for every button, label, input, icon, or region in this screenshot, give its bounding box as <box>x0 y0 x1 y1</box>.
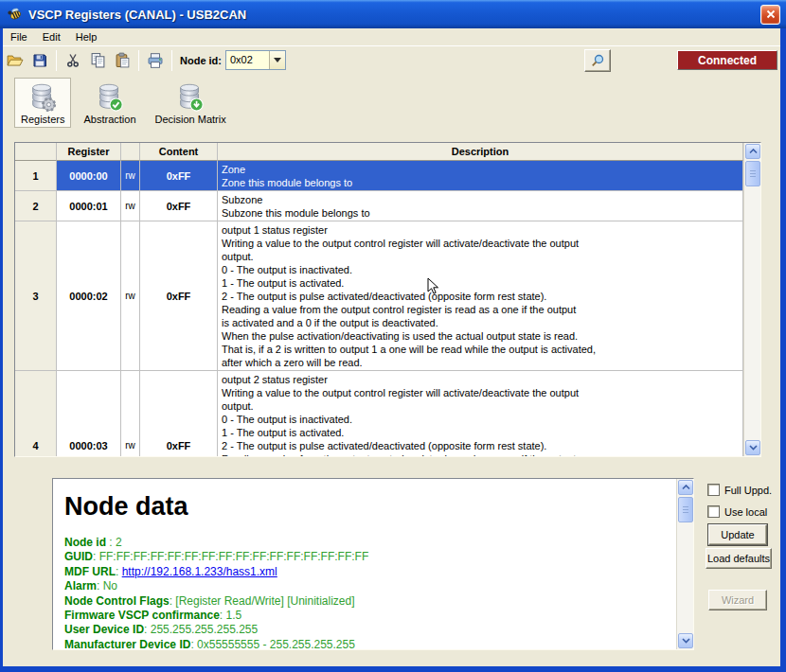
grid-row-2[interactable]: 2 0000:01 rw 0xFF Subzone Subzone this m… <box>15 191 743 221</box>
register-cell: 0000:03 <box>57 371 121 456</box>
database-check-icon <box>95 82 125 113</box>
row-label: 3 <box>15 221 57 371</box>
menu-help[interactable]: Help <box>68 29 105 44</box>
tab-registers-label: Registers <box>21 114 64 125</box>
view-tab-bar: Registers Abstraction <box>3 74 780 138</box>
use-local-checkbox[interactable]: Use local <box>707 505 767 518</box>
scroll-down-icon[interactable] <box>745 440 760 455</box>
row-label: 2 <box>15 191 57 221</box>
node-id-line: Node id : 2 <box>64 536 670 550</box>
chevron-down-icon <box>274 58 281 62</box>
checkbox-icon[interactable] <box>707 484 720 496</box>
node-id-combobox[interactable]: 0x02 <box>225 50 286 70</box>
scroll-thumb[interactable] <box>745 161 760 186</box>
wizard-button[interactable]: Wizard <box>708 590 767 610</box>
menu-edit[interactable]: Edit <box>35 29 68 44</box>
menu-file[interactable]: File <box>3 29 35 44</box>
access-cell: rw <box>121 191 140 221</box>
bee-app-icon <box>6 6 23 23</box>
register-cell: 0000:00 <box>57 161 121 191</box>
full-update-checkbox[interactable]: Full Uppd. <box>707 484 772 496</box>
tab-abstraction-label: Abstraction <box>83 114 135 125</box>
database-gear-icon <box>27 82 58 113</box>
grid-scrollbar[interactable] <box>743 143 760 456</box>
access-cell: rw <box>121 161 140 191</box>
description-cell: output 1 status register Writing a value… <box>218 221 743 371</box>
description-cell: output 2 status register Writing a value… <box>218 371 743 456</box>
register-cell: 0000:02 <box>57 221 121 371</box>
alarm-line: Alarm: No <box>64 579 670 593</box>
update-button[interactable]: Update <box>708 524 767 545</box>
toolbar-separator <box>171 50 172 71</box>
tab-registers[interactable]: Registers <box>14 78 71 128</box>
combo-dropdown-button[interactable] <box>269 51 285 69</box>
checkbox-icon[interactable] <box>707 505 720 518</box>
content-cell: 0xFF <box>140 191 218 221</box>
search-button[interactable] <box>584 49 611 72</box>
cut-icon[interactable] <box>62 49 84 72</box>
content-cell: 0xFF <box>140 371 218 456</box>
tab-abstraction[interactable]: Abstraction <box>77 78 142 128</box>
firmware-line: Firmware VSCP confirmance: 1.5 <box>64 609 670 623</box>
control-flags-line: Node Control Flags: [Register Read/Write… <box>64 594 670 609</box>
grid-row-1[interactable]: 1 0000:00 rw 0xFF Zone Zone this module … <box>15 161 743 191</box>
save-icon[interactable] <box>28 49 51 72</box>
print-icon[interactable] <box>144 49 167 72</box>
scroll-up-icon[interactable] <box>678 480 693 495</box>
description-cell: Zone Zone this module belongs to <box>218 161 743 191</box>
scroll-up-icon[interactable] <box>745 144 760 159</box>
toolbar: Node id: 0x02 Connected <box>3 45 780 74</box>
node-id-label: Node id: <box>180 55 222 66</box>
title-bar[interactable]: VSCP Registers (CANAL) - USB2CAN <box>0 0 786 28</box>
user-device-id-line: User Device ID: 255.255.255.255.255 <box>64 623 670 637</box>
database-download-icon <box>175 82 205 113</box>
close-button[interactable] <box>760 5 780 25</box>
grid-corner <box>15 143 57 161</box>
load-defaults-button[interactable]: Load defaults <box>706 548 772 569</box>
open-icon[interactable] <box>4 49 27 72</box>
col-header-description[interactable]: Description <box>218 143 743 161</box>
connection-status-badge: Connected <box>677 50 777 70</box>
col-header-content[interactable]: Content <box>140 143 218 161</box>
description-cell: Subzone Subzone this module belongs to <box>218 191 743 221</box>
client-area: File Edit Help <box>3 28 780 666</box>
content-cell: 0xFF <box>140 221 218 371</box>
node-data-title: Node data <box>64 492 670 522</box>
access-cell: rw <box>121 221 140 371</box>
window-title: VSCP Registers (CANAL) - USB2CAN <box>28 8 760 22</box>
close-icon <box>766 9 776 19</box>
menu-bar: File Edit Help <box>3 28 780 45</box>
register-grid: Register Content Description 1 0000:00 r… <box>14 142 761 457</box>
grid-header-row: Register Content Description <box>15 143 743 161</box>
search-icon <box>590 53 605 68</box>
manufacturer-device-id-line: Manufacturer Device ID: 0x55555555 - 255… <box>64 638 670 649</box>
node-id-value: 0x02 <box>226 51 269 69</box>
col-header-access[interactable] <box>121 143 140 161</box>
col-header-register[interactable]: Register <box>57 143 121 161</box>
row-label: 4 <box>15 371 57 456</box>
toolbar-separator <box>138 50 139 71</box>
access-cell: rw <box>121 371 140 456</box>
toolbar-separator <box>56 50 57 71</box>
node-data-panel: Node data Node id : 2 GUID: FF:FF:FF:FF:… <box>52 478 694 650</box>
guid-line: GUID: FF:FF:FF:FF:FF:FF:FF:FF:FF:FF:FF:F… <box>64 550 670 564</box>
scroll-thumb[interactable] <box>678 497 693 522</box>
grid-row-3[interactable]: 3 0000:02 rw 0xFF output 1 status regist… <box>15 221 743 371</box>
node-panel-scrollbar[interactable] <box>676 479 693 649</box>
paste-icon[interactable] <box>111 49 134 72</box>
app-window: VSCP Registers (CANAL) - USB2CAN File Ed… <box>0 0 786 672</box>
row-label: 1 <box>15 161 57 191</box>
register-cell: 0000:01 <box>57 191 121 221</box>
scroll-down-icon[interactable] <box>678 633 693 648</box>
grid-row-4[interactable]: 4 0000:03 rw 0xFF output 2 status regist… <box>15 371 743 456</box>
mdf-url-line: MDF URL: http://192.168.1.233/hass1.xml <box>64 565 670 579</box>
copy-icon[interactable] <box>86 49 109 72</box>
tab-decision-matrix[interactable]: Decision Matrix <box>149 78 233 128</box>
content-cell: 0xFF <box>140 161 218 191</box>
tab-decision-matrix-label: Decision Matrix <box>155 114 226 125</box>
mdf-url-link[interactable]: http://192.168.1.233/hass1.xml <box>122 565 277 578</box>
